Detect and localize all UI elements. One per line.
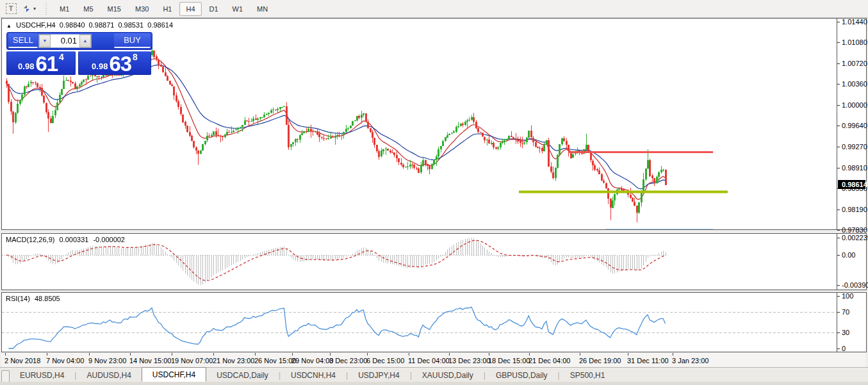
timeframe-button-d1[interactable]: D1	[203, 2, 225, 16]
timeframe-button-m15[interactable]: M15	[101, 2, 127, 16]
collapse-triangle-icon[interactable]: ▲	[6, 23, 12, 29]
toolbar-grip[interactable]	[44, 3, 49, 15]
dropdown-caret-icon: ▾	[33, 6, 36, 12]
chart-tab-bar: EURUSD,H4|AUDUSD,H4USDCHF,H4USDCAD,Daily…	[0, 368, 868, 382]
timeframe-button-w1[interactable]: W1	[226, 2, 250, 16]
axis-tick	[837, 84, 840, 85]
chart-tab-usdchf-h4[interactable]: USDCHF,H4	[142, 367, 206, 382]
trade-panel-top-row: SELL ▼ 0.01 ▲ BUY	[6, 32, 152, 50]
chart-tab-usdjpy-h4[interactable]: USDJPY,H4	[348, 369, 409, 382]
axis-tick	[837, 312, 840, 313]
timeframe-button-mn[interactable]: MN	[250, 2, 274, 16]
macd-plot-area[interactable]: MACD(12,26,9) 0.000331 -0.000002	[2, 234, 837, 290]
volume-input[interactable]: 0.01	[51, 35, 79, 47]
price-tick-label: 1.00360	[842, 80, 867, 88]
axis-tick	[837, 63, 840, 64]
timeframe-button-m1[interactable]: M1	[53, 2, 76, 16]
buy-price-pip-digit: 8	[133, 54, 138, 60]
mt4-application: T ▾ M1M5M15M30H1H4D1W1MN ▲ USDCHF,H4 0.9…	[0, 0, 868, 385]
low-value: 0.98531	[118, 21, 143, 29]
time-tick-label: 18 Dec 15:00	[488, 357, 530, 365]
axis-tick	[837, 230, 840, 231]
one-click-trading-panel: SELL ▼ 0.01 ▲ BUY 0.98 61 4	[6, 32, 152, 75]
text-label-icon: T	[6, 3, 17, 14]
axis-tick	[837, 238, 840, 238]
rsi-canvas[interactable]	[2, 293, 837, 350]
chart-tab-sp500-h1[interactable]: SP500,H1	[560, 369, 616, 382]
chart-tab-audusd-h4[interactable]: AUDUSD,H4	[76, 369, 141, 382]
macd-axis[interactable]: 0.0022390.00-0.003901	[837, 234, 866, 290]
time-tick-label: 7 Nov 04:00	[46, 357, 84, 365]
trade-panel-price-row: 0.98 61 4 0.98 63 8	[6, 51, 152, 75]
axis-tick	[837, 255, 840, 256]
arrange-orders-button[interactable]: ▾	[20, 1, 37, 17]
time-tick	[449, 353, 450, 356]
price-axis[interactable]: 1.014401.010801.007201.003601.000000.996…	[837, 19, 866, 229]
time-tick-label: 31 Dec 11:00	[627, 357, 669, 365]
chart-tab-gbpusd-daily[interactable]: GBPUSD,Daily	[486, 369, 558, 382]
timeframe-button-h4[interactable]: H4	[179, 2, 201, 16]
time-tick	[367, 353, 368, 356]
chart-tab-xauusd-daily[interactable]: XAUUSD,Daily	[412, 369, 484, 382]
price-plot-area[interactable]: ▲ USDCHF,H4 0.98840 0.98871 0.98531 0.98…	[2, 19, 837, 229]
price-tick-label: 0.99640	[842, 122, 867, 129]
sell-button[interactable]: SELL	[8, 33, 38, 48]
axis-tick	[837, 296, 840, 297]
axis-tick	[837, 285, 840, 286]
rsi-value: 48.8505	[35, 295, 60, 302]
rsi-tick-label: 70	[842, 308, 849, 316]
macd-main-value: 0.000331	[59, 236, 88, 243]
buy-price-big-digits: 63	[109, 54, 131, 73]
macd-signal-value: -0.000002	[93, 236, 125, 243]
time-tick	[409, 353, 409, 356]
rsi-panel: RSI(14) 48.8505 10070300	[1, 292, 867, 352]
time-tick-label: 3 Dec 23:00	[329, 357, 367, 365]
macd-label: MACD(12,26,9) 0.000331 -0.000002	[6, 236, 127, 243]
time-tick	[47, 353, 47, 356]
buy-button[interactable]: BUY	[114, 33, 151, 48]
sell-price-prefix: 0.98	[18, 60, 34, 73]
timeframe-button-m30[interactable]: M30	[129, 2, 155, 16]
time-tick-label: 2 Nov 2018	[4, 357, 40, 365]
buy-price-box[interactable]: 0.98 63 8	[78, 51, 151, 75]
time-tick-label: 13 Dec 23:00	[448, 357, 490, 365]
volume-decrease-button[interactable]: ▼	[39, 35, 51, 47]
axis-tick	[837, 126, 840, 126]
time-tick-label: 21 Dec 04:00	[528, 357, 570, 365]
time-tick	[529, 353, 530, 356]
time-tick-label: 29 Nov 04:00	[291, 357, 333, 365]
chart-window: ▲ USDCHF,H4 0.98840 0.98871 0.98531 0.98…	[1, 18, 867, 367]
price-tick-label: 0.98190	[842, 206, 867, 213]
tab-stub[interactable]	[1, 370, 10, 382]
price-tick-label: 0.98910	[842, 164, 867, 172]
time-tick	[489, 353, 489, 356]
rsi-tick-label: 0	[842, 345, 846, 352]
volume-increase-button[interactable]: ▲	[79, 35, 91, 47]
time-tick	[292, 353, 293, 356]
chart-tab-usdcnh-h4[interactable]: USDCNH,H4	[281, 369, 346, 382]
sell-price-box[interactable]: 0.98 61 4	[6, 51, 76, 75]
axis-tick	[837, 22, 840, 22]
text-label-tool-button[interactable]: T	[3, 1, 19, 17]
axis-tick	[837, 42, 840, 43]
chart-tab-eurusd-h4[interactable]: EURUSD,H4	[10, 369, 74, 382]
macd-tick-label: 0.00	[842, 251, 855, 259]
rsi-plot-area[interactable]: RSI(14) 48.8505	[2, 293, 837, 352]
time-axis[interactable]: 2 Nov 20187 Nov 04:009 Nov 23:0014 Nov 1…	[1, 353, 865, 367]
timeframe-toolbar: M1M5M15M30H1H4D1W1MN	[53, 0, 275, 17]
volume-stepper: ▼ 0.01 ▲	[38, 34, 92, 48]
time-tick	[130, 353, 131, 356]
macd-name: MACD(12,26,9)	[6, 236, 54, 243]
rsi-axis[interactable]: 10070300	[837, 293, 866, 352]
time-tick-label: 3 Jan 23:00	[672, 357, 709, 365]
close-value: 0.98614	[147, 21, 173, 29]
rsi-tick-label: 100	[842, 292, 853, 300]
macd-tick-label: 0.002239	[842, 234, 868, 242]
chart-tab-usdcad-daily[interactable]: USDCAD,Daily	[206, 369, 279, 382]
time-tick-label: 19 Nov 07:00	[171, 357, 213, 365]
timeframe-button-m5[interactable]: M5	[77, 2, 99, 16]
price-tick-label: 1.01080	[842, 38, 867, 46]
current-price-marker: 0.98614	[838, 180, 865, 189]
time-tick-label: 26 Dec 19:00	[579, 357, 621, 365]
timeframe-button-h1[interactable]: H1	[156, 2, 178, 16]
